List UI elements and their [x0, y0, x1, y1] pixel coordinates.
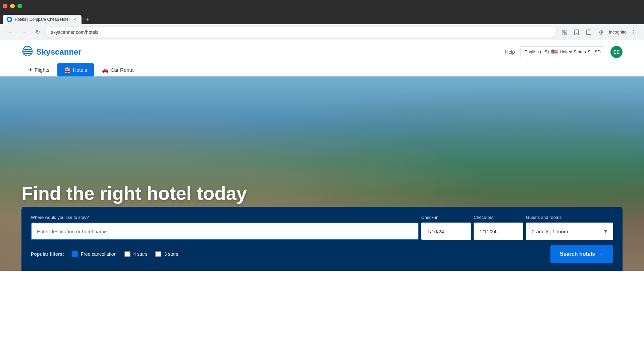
hero-title: Find the right hotel today: [21, 183, 247, 204]
4-stars-checkbox[interactable]: [124, 251, 130, 257]
currency-label: $ USD: [588, 49, 601, 54]
incognito-label: Incognito: [609, 29, 627, 35]
nav-tab-car-rental[interactable]: 🚗Car Rental: [95, 63, 142, 76]
site-logo[interactable]: Skyscanner: [21, 46, 82, 58]
free-cancellation-label: Free cancellation: [81, 251, 117, 257]
svg-point-6: [633, 33, 634, 34]
chevron-down-icon: ▾: [604, 228, 607, 235]
checkin-value: 1/10/24: [427, 229, 444, 234]
search-box: Where would you like to stay? Check-in C…: [21, 207, 623, 271]
logo-icon: [21, 46, 34, 58]
flights-tab-icon: ✈: [28, 67, 33, 73]
browser-titlebar: [0, 0, 644, 12]
browser-tab-active[interactable]: Hotels | Compare Cheap Hotel ×: [3, 15, 82, 24]
locale-label: English (US): [525, 49, 549, 54]
car-rental-tab-icon: 🚗: [102, 67, 109, 73]
3-stars-label: 3 stars: [164, 251, 178, 257]
checkin-date-input[interactable]: 1/10/24: [421, 223, 471, 240]
search-labels: Where would you like to stay? Check-in C…: [31, 215, 613, 220]
arrow-right-icon: →: [598, 251, 604, 258]
hotels-tab-label: Hotels: [73, 67, 87, 73]
guests-rooms-select[interactable]: 2 adults, 1 room ▾: [526, 223, 613, 240]
avatar-initials: EE: [613, 49, 620, 55]
browser-tabs-bar: Hotels | Compare Cheap Hotel × +: [0, 12, 644, 24]
browser-chrome: Hotels | Compare Cheap Hotel × + ← → ↻ I…: [0, 0, 644, 40]
hero-section: Find the right hotel today Where would y…: [0, 76, 644, 271]
header-right: Help English (US) 🇺🇸 United States $ USD…: [505, 46, 623, 58]
checkin-label: Check-in: [421, 215, 471, 220]
flag-icon: 🇺🇸: [551, 49, 558, 55]
nav-tab-flights[interactable]: ✈Flights: [21, 63, 56, 76]
flights-tab-label: Flights: [35, 67, 49, 73]
menu-button[interactable]: [628, 27, 639, 38]
window-maximize-button[interactable]: [17, 4, 22, 8]
svg-point-4: [633, 30, 634, 31]
checkout-date-input[interactable]: 1/11/24: [474, 223, 523, 240]
3-stars-checkbox[interactable]: [155, 251, 161, 257]
forward-button[interactable]: →: [19, 27, 30, 38]
guests-label: Guests and rooms: [526, 215, 613, 220]
window-controls: [3, 4, 22, 8]
free-cancellation-checkbox[interactable]: [72, 251, 78, 257]
back-button[interactable]: ←: [5, 27, 16, 38]
filter-free-cancellation[interactable]: Free cancellation: [72, 251, 117, 257]
page-content: Skyscanner Help English (US) 🇺🇸 United S…: [0, 40, 644, 271]
checkout-value: 1/11/24: [480, 229, 496, 234]
filter-3-stars[interactable]: 3 stars: [155, 251, 178, 257]
country-label: United States: [560, 49, 586, 54]
search-filters: Popular filters: Free cancellation 4 sta…: [31, 245, 613, 263]
tab-close-button[interactable]: ×: [72, 17, 77, 22]
search-hotels-button[interactable]: Search hotels →: [550, 245, 613, 263]
camera-off-button[interactable]: [559, 27, 570, 38]
svg-rect-3: [586, 30, 591, 35]
browser-toolbar-actions: Incognito: [559, 27, 639, 38]
search-inputs: 1/10/24 1/11/24 2 adults, 1 room ▾: [31, 223, 613, 240]
filters-label: Popular filters:: [31, 251, 64, 257]
svg-point-0: [8, 18, 11, 21]
nav-tabs: ✈Flights🏨Hotels🚗Car Rental: [0, 63, 644, 76]
new-tab-button[interactable]: +: [83, 15, 92, 24]
extensions-button[interactable]: [595, 27, 606, 38]
guests-value: 2 adults, 1 room: [532, 229, 568, 234]
hotels-tab-icon: 🏨: [64, 67, 71, 73]
4-stars-label: 4 stars: [133, 251, 147, 257]
user-avatar[interactable]: EE: [610, 46, 623, 58]
filter-4-stars[interactable]: 4 stars: [124, 251, 147, 257]
search-btn-label: Search hotels: [560, 251, 595, 257]
help-link[interactable]: Help: [505, 49, 515, 55]
tab-title: Hotels | Compare Cheap Hotel: [15, 17, 69, 22]
destination-label: Where would you like to stay?: [31, 215, 419, 220]
browser-toolbar: ← → ↻ Incognito: [0, 24, 644, 40]
profile-button[interactable]: [583, 27, 594, 38]
nav-tab-hotels[interactable]: 🏨Hotels: [57, 63, 94, 76]
address-bar[interactable]: [46, 27, 556, 38]
logo-text: Skyscanner: [36, 47, 82, 57]
locale-button[interactable]: English (US) 🇺🇸 United States $ USD: [520, 46, 605, 57]
site-header: Skyscanner Help English (US) 🇺🇸 United S…: [0, 40, 644, 63]
checkout-label: Check-out: [474, 215, 523, 220]
tab-favicon: [7, 17, 12, 22]
destination-input[interactable]: [31, 223, 419, 240]
window-minimize-button[interactable]: [10, 4, 15, 8]
window-close-button[interactable]: [3, 4, 7, 8]
car-rental-tab-label: Car Rental: [111, 67, 135, 73]
reload-button[interactable]: ↻: [32, 27, 43, 38]
svg-point-5: [633, 32, 634, 32]
bookmark-button[interactable]: [571, 27, 582, 38]
